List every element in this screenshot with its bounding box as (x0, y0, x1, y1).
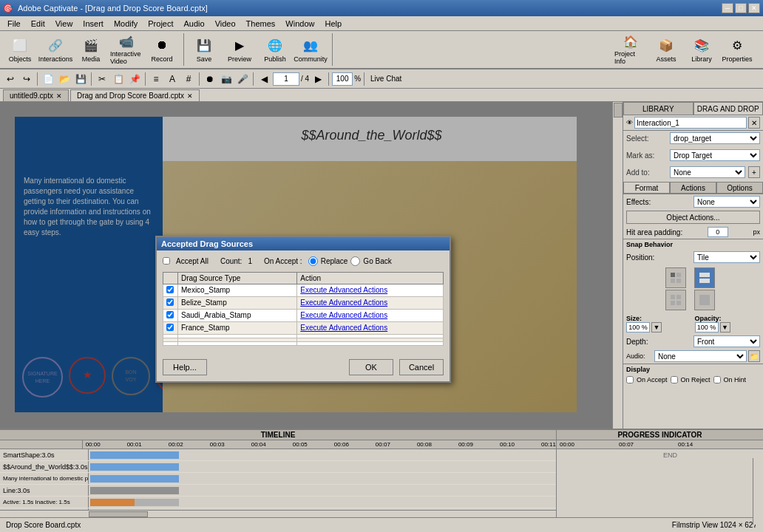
mark-as-dropdown[interactable]: Drop Target (670, 149, 760, 161)
actions-subtab[interactable]: Actions (670, 182, 716, 194)
tb2-undo[interactable]: ↩ (3, 72, 18, 86)
progress-scrollbar-v[interactable] (753, 458, 763, 525)
row-action-link[interactable]: Execute Advanced Actions (300, 299, 387, 307)
menu-window[interactable]: Window (281, 18, 319, 30)
community-button[interactable]: 👥 Community (294, 34, 328, 65)
tab-untitled9[interactable]: untitled9.cptx ✕ (3, 89, 69, 101)
audio-dropdown[interactable]: None (654, 350, 747, 362)
nav-next-button[interactable]: ▶ (311, 72, 325, 86)
row-checkbox[interactable] (166, 324, 174, 331)
on-accept-checkbox[interactable] (626, 376, 634, 383)
tb2-save-small[interactable]: 💾 (73, 72, 88, 86)
current-slide-input[interactable] (273, 72, 299, 86)
tb2-open[interactable]: 📂 (57, 72, 72, 86)
tb2-paste[interactable]: 📌 (127, 72, 142, 86)
tb2-cut[interactable]: ✂ (95, 72, 109, 86)
menu-view[interactable]: View (51, 18, 78, 30)
menu-video[interactable]: Video (211, 18, 240, 30)
options-subtab[interactable]: Options (716, 182, 763, 194)
objects-button[interactable]: ⬜ Objects (3, 34, 37, 65)
library-button[interactable]: 📚 Library (685, 34, 719, 65)
preview-button[interactable]: ▶ Preview (223, 34, 257, 65)
timeline-scrollbar-thumb[interactable] (89, 511, 148, 517)
project-info-label: Project Info (614, 50, 647, 65)
opacity-dropdown-btn[interactable]: ▼ (720, 322, 730, 332)
hit-area-input[interactable] (708, 227, 728, 237)
tb2-align[interactable]: ≡ (149, 72, 163, 86)
row-action-link[interactable]: Execute Advanced Actions (300, 324, 387, 332)
tb2-record[interactable]: ⏺ (203, 72, 217, 86)
scrollbar-thumb-v[interactable] (614, 103, 623, 117)
opacity-input[interactable] (695, 322, 719, 332)
tb2-camera[interactable]: 📷 (219, 72, 234, 86)
zoom-input[interactable] (332, 72, 353, 86)
replace-radio[interactable] (308, 256, 318, 266)
menu-insert[interactable]: Insert (78, 18, 108, 30)
row-checkbox[interactable] (166, 311, 174, 318)
menu-audio[interactable]: Audio (180, 18, 209, 30)
title-bar-controls[interactable]: ─ □ ✕ (722, 3, 760, 13)
save-button[interactable]: 💾 Save (187, 34, 221, 65)
maximize-button[interactable]: □ (735, 3, 747, 13)
library-tab[interactable]: LIBRARY (623, 102, 694, 115)
minimize-button[interactable]: ─ (722, 3, 733, 13)
snap-topleft[interactable] (665, 267, 686, 288)
position-dropdown[interactable]: Tile (694, 251, 760, 263)
menu-help[interactable]: Help (320, 18, 346, 30)
tb2-format[interactable]: A (165, 72, 180, 86)
effects-dropdown[interactable]: None (694, 196, 760, 208)
interactions-button[interactable]: 🔗 Interactions (38, 34, 72, 65)
format-subtab[interactable]: Format (623, 182, 670, 194)
row-checkbox[interactable] (166, 299, 174, 306)
on-reject-checkbox[interactable] (671, 376, 678, 383)
tb2-grid[interactable]: # (181, 72, 196, 86)
tab-untitled9-close[interactable]: ✕ (56, 92, 62, 100)
timeline-scrollbar-h[interactable] (0, 510, 556, 517)
select-dropdown[interactable]: drop_target (670, 132, 760, 144)
row-action-link[interactable]: Execute Advanced Actions (300, 311, 387, 319)
accept-all-checkbox[interactable] (163, 257, 170, 265)
snap-bottomright[interactable] (694, 290, 715, 310)
interaction-name-input[interactable] (634, 117, 747, 129)
interactive-video-button[interactable]: 📹 Interactive Video (109, 34, 143, 65)
snap-topright[interactable] (694, 267, 715, 288)
depth-dropdown[interactable]: Front (694, 335, 760, 347)
size-dropdown-btn[interactable]: ▼ (651, 322, 662, 332)
cancel-button[interactable]: Cancel (399, 359, 444, 375)
tb2-copy[interactable]: 📋 (111, 72, 126, 86)
menu-file[interactable]: File (3, 18, 25, 30)
record-button[interactable]: ⏺ Record (145, 34, 179, 65)
canvas-scrollbar-v[interactable] (612, 102, 623, 429)
tb2-new[interactable]: 📄 (41, 72, 55, 86)
row-action-link[interactable]: Execute Advanced Actions (300, 286, 387, 294)
ok-button[interactable]: OK (349, 359, 393, 375)
size-input[interactable] (626, 322, 650, 332)
properties-button[interactable]: ⚙ Properties (720, 34, 754, 65)
go-back-radio[interactable] (350, 256, 360, 266)
publish-button[interactable]: 🌐 Publish (258, 34, 292, 65)
tab-dragdrop-close[interactable]: ✕ (187, 92, 193, 100)
media-button[interactable]: 🎬 Media (74, 34, 108, 65)
canvas-area[interactable]: Many international do domestic passenger… (0, 102, 623, 429)
menu-themes[interactable]: Themes (242, 18, 280, 30)
nav-prev-button[interactable]: ◀ (257, 72, 271, 86)
assets-button[interactable]: 📦 Assets (649, 34, 683, 65)
interaction-delete-btn[interactable]: ✕ (748, 117, 760, 129)
snap-bottomleft[interactable] (665, 290, 686, 310)
add-to-add-btn[interactable]: + (748, 166, 760, 178)
menu-modify[interactable]: Modify (109, 18, 142, 30)
object-actions-button[interactable]: Object Actions... (626, 211, 760, 224)
menu-edit[interactable]: Edit (27, 18, 50, 30)
on-hint-checkbox[interactable] (713, 376, 721, 383)
audio-folder-btn[interactable]: 📁 (748, 350, 760, 362)
menu-project[interactable]: Project (143, 18, 177, 30)
close-button[interactable]: ✕ (748, 3, 760, 13)
tab-dragdrop[interactable]: Drag and Drop Score Board.cptx ✕ (70, 89, 200, 101)
tb2-mic[interactable]: 🎤 (235, 72, 250, 86)
tb2-redo[interactable]: ↪ (19, 72, 34, 86)
dragdrop-tab[interactable]: DRAG AND DROP (694, 102, 764, 115)
row-checkbox[interactable] (166, 286, 174, 293)
project-info-button[interactable]: 🏠 Project Info (614, 34, 648, 65)
add-to-dropdown[interactable]: None (670, 166, 745, 178)
help-button[interactable]: Help... (163, 359, 207, 375)
